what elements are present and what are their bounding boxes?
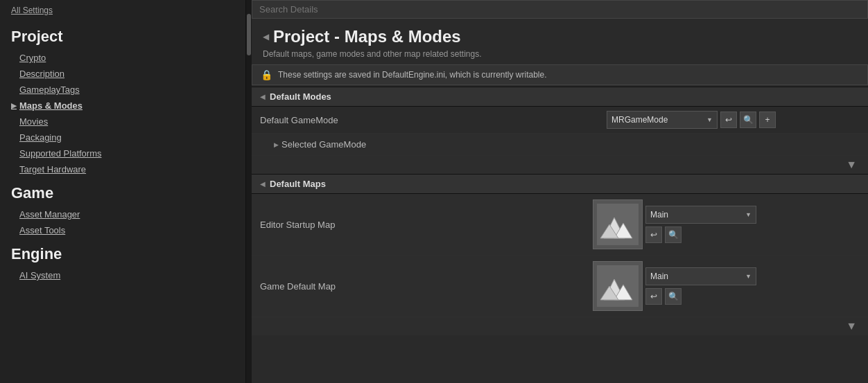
scroll-down-icon: ▼ [846,159,857,171]
page-header: ◀ Project - Maps & Modes Default maps, g… [252,19,868,64]
default-gamemode-dropdown[interactable]: MRGameMode ▼ [607,111,718,129]
editor-dropdown-arrow-icon: ▼ [745,211,752,218]
editor-reset-icon: ↩ [650,230,657,240]
editor-startup-map-thumbnail [593,199,643,249]
default-gamemode-label: Default GameMode [260,115,607,125]
game-reset-icon: ↩ [650,292,657,301]
sidebar-scrollbar[interactable] [246,0,252,383]
game-dropdown-arrow-icon: ▼ [745,273,752,280]
game-map-reset-button[interactable]: ↩ [645,288,662,305]
editor-startup-actions-row: ↩ 🔍 [645,226,756,243]
game-search-icon: 🔍 [668,292,679,301]
lock-icon: 🔒 [261,69,272,80]
editor-startup-map-dropdown[interactable]: Main ▼ [645,206,756,224]
editor-startup-map-value: Main [650,210,668,220]
default-gamemode-row: Default GameMode MRGameMode ▼ ↩ 🔍 + [252,107,868,134]
editor-startup-map-label: Editor Startup Map [260,220,593,230]
content-area: ◀ Default Modes Default GameMode MRGameM… [252,87,868,383]
sidebar-item-maps-modes-label: Maps & Modes [19,100,83,111]
page-subtitle: Default maps, game modes and other map r… [263,49,857,59]
gamemode-add-button[interactable]: + [759,112,776,128]
default-modes-section-header: ◀ Default Modes [252,87,868,107]
dropdown-arrow-icon: ▼ [706,116,713,123]
game-default-map-dropdown-col: Main ▼ ↩ 🔍 [645,267,756,305]
sidebar: All Settings Project Crypto Description … [0,0,246,383]
game-map-thumbnail-svg [597,265,639,307]
game-default-actions-row: ↩ 🔍 [645,288,756,305]
editor-startup-map-dropdown-col: Main ▼ ↩ 🔍 [645,206,756,243]
editor-startup-map-row: Editor Startup Map Main ▼ [252,194,868,256]
game-default-map-value: Main [650,271,668,281]
default-maps-arrow-icon: ◀ [260,180,266,188]
page-title: Project - Maps & Modes [273,27,461,46]
sidebar-item-movies[interactable]: Movies [0,114,245,130]
editor-map-search-button[interactable]: 🔍 [665,226,682,243]
game-section-header: Game [0,177,245,206]
info-message: These settings are saved in DefaultEngin… [278,70,547,80]
reset-icon: ↩ [725,115,732,125]
editor-startup-map-controls: Main ▼ ↩ 🔍 [593,199,860,249]
sidebar-item-description[interactable]: Description [0,66,245,82]
maps-modes-arrow-icon: ▶ [11,102,17,109]
search-input[interactable] [252,0,868,19]
default-maps-section-header: ◀ Default Maps [252,174,868,194]
sidebar-item-asset-tools[interactable]: Asset Tools [0,222,245,238]
sidebar-item-supported-platforms[interactable]: Supported Platforms [0,145,245,161]
sidebar-item-gameplay-tags[interactable]: GameplayTags [0,82,245,98]
editor-startup-dropdown-row: Main ▼ [645,206,756,224]
project-section-header: Project [0,21,245,50]
game-default-map-thumbnail [593,261,643,311]
maps-scroll-indicator: ▼ [252,317,868,335]
sidebar-item-ai-system[interactable]: AI System [0,267,245,283]
expand-arrow-icon: ▶ [274,141,279,148]
search-icon: 🔍 [743,115,754,125]
sidebar-item-packaging[interactable]: Packaging [0,130,245,145]
game-map-search-button[interactable]: 🔍 [665,288,682,305]
game-default-dropdown-row: Main ▼ [645,267,756,285]
selected-gamemode-label: ▶ Selected GameMode [260,139,607,150]
default-gamemode-value: MRGameMode [611,115,668,125]
default-gamemode-controls: MRGameMode ▼ ↩ 🔍 + [607,111,860,129]
editor-map-reset-button[interactable]: ↩ [645,226,662,243]
game-default-map-label: Game Default Map [260,281,593,292]
sidebar-item-maps-modes[interactable]: ▶ Maps & Modes [0,98,245,114]
modes-scroll-indicator: ▼ [252,156,868,174]
sidebar-scrollbar-thumb[interactable] [247,14,251,55]
all-settings-link[interactable]: All Settings [0,0,245,21]
sidebar-item-asset-manager[interactable]: Asset Manager [0,206,245,222]
gamemode-reset-button[interactable]: ↩ [720,112,737,128]
sidebar-item-target-hardware[interactable]: Target Hardware [0,161,245,177]
default-modes-arrow-icon: ◀ [260,93,266,100]
sidebar-item-crypto[interactable]: Crypto [0,50,245,66]
info-bar: 🔒 These settings are saved in DefaultEng… [252,64,868,85]
gamemode-search-button[interactable]: 🔍 [740,112,756,128]
default-maps-title: Default Maps [270,179,326,189]
default-modes-title: Default Modes [270,91,331,102]
selected-gamemode-row: ▶ Selected GameMode [252,134,868,156]
game-default-map-row: Game Default Map Main ▼ [252,256,868,317]
game-default-map-controls: Main ▼ ↩ 🔍 [593,261,860,311]
main-content: ◀ Project - Maps & Modes Default maps, g… [252,0,868,383]
add-icon: + [765,115,770,125]
editor-search-icon: 🔍 [668,230,679,240]
maps-scroll-down-icon: ▼ [846,320,857,332]
engine-section-header: Engine [0,238,245,267]
game-default-map-dropdown[interactable]: Main ▼ [645,267,756,285]
page-title-arrow-icon: ◀ [263,32,269,42]
map-thumbnail-svg [597,204,639,245]
